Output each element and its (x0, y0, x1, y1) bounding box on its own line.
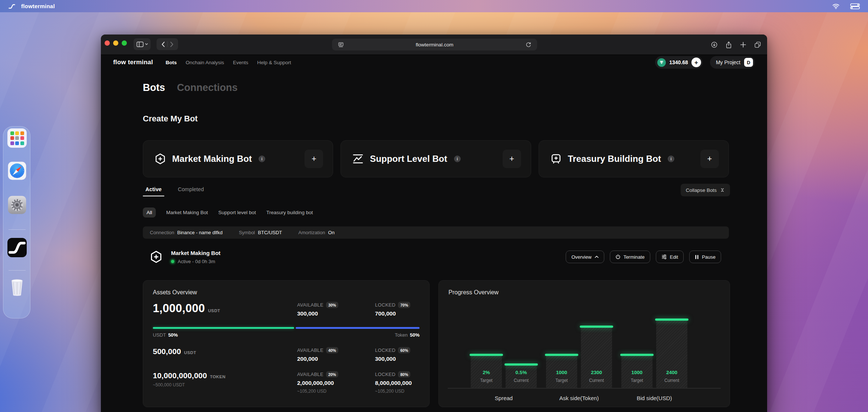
split-left-label: USDT (153, 332, 166, 338)
asset-row-total: 1,000,000USDT AVAILABLE 30% 300,000 LOCK… (153, 302, 420, 317)
tab-active[interactable]: Active (143, 186, 164, 196)
available-pct-badge: 40% (326, 347, 338, 353)
nav-item-help-support[interactable]: Help & Support (257, 60, 291, 65)
terminate-button[interactable]: Terminate (610, 251, 650, 263)
pause-icon (695, 255, 699, 259)
forward-button[interactable] (170, 42, 174, 47)
sidebar-toggle-button[interactable] (134, 38, 151, 50)
filter-all[interactable]: All (143, 207, 156, 218)
nav-arrows (157, 38, 178, 50)
market-making-bot-card[interactable]: Market Making Bot i + (143, 140, 333, 177)
locked-value: 700,000 (375, 310, 420, 317)
bar-value: 1000 (621, 370, 652, 375)
edit-button[interactable]: Edit (656, 251, 684, 263)
traffic-lights (105, 40, 127, 46)
bar-role-label: Current (581, 378, 612, 383)
bar-value: 2400 (656, 370, 687, 375)
asset-usdt-value: 500,000 (153, 347, 181, 356)
status-dot (171, 260, 174, 263)
bot-actions: Overview Terminate Edit (566, 251, 721, 263)
available-value: 2,000,000,000 (297, 380, 375, 386)
filter-support-level-bot[interactable]: Support level bot (218, 210, 256, 215)
dock-divider (9, 229, 26, 230)
balance-amount: 1340.68 (669, 59, 688, 65)
asset-split-bar: USDT50% Token50% (153, 327, 420, 338)
zoom-window-button[interactable] (122, 40, 127, 46)
terminate-label: Terminate (624, 254, 645, 260)
create-treasury-building-bot-button[interactable]: + (700, 150, 719, 168)
bar-value: 1000 (546, 370, 577, 375)
assets-overview-panel: Assets Overview 1,000,000USDT AVAILABLE … (143, 280, 430, 407)
reload-icon[interactable] (524, 40, 533, 49)
info-icon[interactable]: i (668, 156, 674, 162)
overview-button[interactable]: Overview (566, 251, 604, 263)
wifi-icon[interactable] (832, 3, 840, 9)
sliders-icon (661, 254, 667, 259)
safari-icon[interactable] (7, 161, 27, 180)
new-tab-icon[interactable] (739, 40, 747, 49)
split-left-pct: 50% (168, 332, 178, 338)
flowterminal-app-icon[interactable] (7, 238, 27, 257)
launchpad-icon[interactable] (7, 128, 27, 148)
share-icon[interactable] (724, 40, 733, 49)
macos-menu-bar: flowterminal (0, 0, 868, 12)
collapse-bots-button[interactable]: Collapse Bots (681, 184, 730, 196)
locked-sub: ~105,200 USD (375, 389, 420, 394)
page-format-icon[interactable] (336, 40, 345, 49)
create-my-bot-title: Create My Bot (143, 114, 198, 124)
nav-item-onchain-analysis[interactable]: Onchain Analysis (185, 60, 224, 65)
info-icon[interactable]: i (454, 156, 461, 162)
progress-chart: 2%Target0.5%Current1000Target2300Current… (439, 301, 730, 407)
system-settings-icon[interactable] (7, 195, 27, 215)
support-level-bot-icon (352, 153, 364, 165)
bot-status-text: Active - 0d 0h 3m (178, 259, 215, 264)
close-window-button[interactable] (105, 40, 110, 46)
pause-button[interactable]: Pause (689, 251, 721, 263)
balance-pill[interactable]: 1340.68 + (655, 56, 703, 69)
bar-role-label: Target (621, 378, 652, 383)
locked-pct-badge: 80% (398, 371, 410, 377)
market-making-bot-icon (149, 250, 163, 264)
symbol-label: Symbol (239, 230, 255, 235)
control-center-icon[interactable] (850, 3, 860, 9)
treasury-building-bot-card[interactable]: Treasury Building Bot i + (539, 140, 729, 177)
nav-item-bots[interactable]: Bots (165, 60, 177, 65)
progress-overview-panel: Progress Overview 2%Target0.5%Current100… (438, 280, 730, 407)
available-sub: ~105,200 USD (297, 389, 375, 394)
project-pill[interactable]: My Project D (710, 56, 755, 69)
address-bar[interactable]: flowterminal.com (332, 39, 537, 50)
bot-type-cards: Market Making Bot i + Support Level Bot … (143, 140, 729, 177)
asset-token-value: 10,000,000,000 (153, 371, 207, 380)
tab-bots[interactable]: Bots (143, 82, 165, 94)
overview-label: Overview (571, 254, 591, 260)
url-text: flowterminal.com (345, 42, 524, 48)
trash-icon[interactable] (7, 278, 27, 297)
bar-role-label: Current (506, 378, 537, 383)
available-label: AVAILABLE (297, 302, 323, 308)
filter-treasury-building-bot[interactable]: Treasury building bot (266, 210, 313, 215)
minimize-window-button[interactable] (113, 40, 118, 46)
filter-market-making-bot[interactable]: Market Making Bot (166, 210, 208, 215)
flowterminal-logo-icon (8, 3, 16, 10)
locked-label: LOCKED (375, 347, 395, 353)
menu-bar-app-name: flowterminal (21, 3, 55, 9)
amortization-label: Amortization (298, 230, 325, 235)
bar-role-label: Target (471, 378, 502, 383)
nav-item-events[interactable]: Events (233, 60, 248, 65)
tab-completed[interactable]: Completed (175, 186, 207, 196)
support-level-bot-card[interactable]: Support Level Bot i + (341, 140, 531, 177)
downloads-icon[interactable] (710, 40, 719, 49)
asset-unit: USDT (184, 350, 196, 355)
add-funds-button[interactable]: + (691, 58, 701, 67)
tab-connections[interactable]: Connections (177, 82, 238, 94)
asset-row-usdt: 500,000USDT AVAILABLE 40% 200,000 LOCKED… (153, 347, 420, 362)
chevron-up-icon (595, 255, 599, 258)
chart-bar-bid-current: 2400Current (656, 319, 687, 388)
asset-unit: TOKEN (210, 375, 226, 379)
back-button[interactable] (161, 42, 165, 47)
locked-label: LOCKED (375, 302, 395, 308)
create-support-level-bot-button[interactable]: + (503, 150, 521, 168)
info-icon[interactable]: i (259, 156, 265, 162)
create-market-making-bot-button[interactable]: + (305, 150, 323, 168)
tab-overview-icon[interactable] (753, 40, 762, 49)
